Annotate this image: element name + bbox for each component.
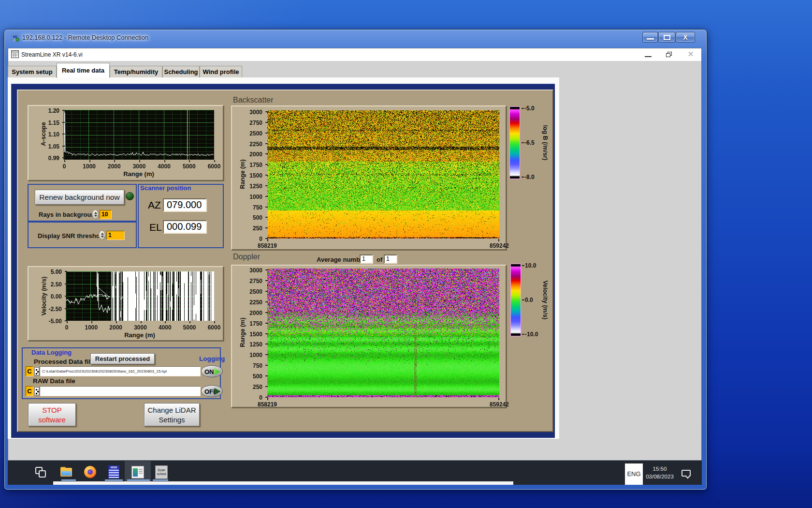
rdc-window-icon	[11, 33, 20, 42]
tick-label	[265, 143, 268, 144]
rdc-maximize-button[interactable]	[658, 32, 675, 43]
tick-label: 2500	[245, 130, 262, 137]
scanner-position-title: Scanner position	[140, 184, 191, 192]
tick-label: 3000	[126, 163, 153, 170]
tick-label: 1500	[245, 331, 262, 338]
tick-label: 10.0	[525, 262, 536, 269]
renew-led-icon	[126, 192, 134, 200]
velocity-xlabel: Range (m)	[116, 331, 164, 339]
processed-path-field[interactable]: C:\Lidar\Data\Proc\2023\202308\20230803\…	[40, 366, 201, 376]
firefox-icon[interactable]	[84, 466, 96, 478]
taskbar-underline	[105, 479, 123, 481]
processed-browse-icon[interactable]	[34, 367, 39, 375]
tick-label	[265, 301, 268, 302]
tick-label: 2750	[245, 120, 262, 126]
tick-label	[265, 164, 268, 165]
average-of-label: of	[377, 256, 382, 263]
tick-label: 0	[245, 236, 262, 242]
tab-temp-humidity[interactable]: Temp/humidity	[110, 66, 162, 77]
average-total-field[interactable]: 1	[384, 254, 397, 264]
raw-logging-off-button[interactable]: OFF	[201, 385, 223, 397]
tab-system-setup[interactable]: System setup	[8, 66, 57, 77]
tick-label	[265, 354, 268, 355]
tick-label: 1000	[245, 194, 262, 200]
tick-label	[498, 398, 499, 400]
raw-browse-icon[interactable]	[34, 387, 39, 395]
tick-label	[65, 308, 67, 309]
tick-label: 2000	[245, 151, 262, 158]
tick-label	[65, 296, 67, 297]
processed-data-file-label: Processed Data file	[34, 358, 94, 365]
stop-software-button[interactable]: STOPsoftware	[28, 403, 76, 426]
el-label: EL	[149, 222, 162, 233]
tick-label	[189, 160, 190, 162]
streamline-taskbar-icon	[131, 466, 144, 478]
notification-icon[interactable]	[682, 470, 691, 477]
tick-label: 1000	[76, 163, 103, 170]
tick-label: 4000	[151, 324, 178, 331]
tab-wind-profile[interactable]: Wind profile	[200, 66, 242, 77]
tick-label: 5.00	[44, 269, 62, 275]
tick-label	[265, 365, 268, 366]
tick-label	[65, 271, 67, 272]
taskbar-clock-date[interactable]: 03/08/2023	[643, 474, 677, 479]
backscatter-colorbar-label: log B (/m/sr)	[542, 111, 549, 174]
geek-document-icon[interactable]: GEEK	[108, 465, 119, 478]
change-lidar-settings-button[interactable]: Change LiDARSettings	[144, 403, 200, 426]
app-vi-icon	[11, 50, 19, 58]
tick-label: 250	[245, 384, 262, 390]
tick-label	[165, 321, 166, 323]
snr-spinner[interactable]	[99, 230, 105, 240]
tick-label	[139, 160, 140, 162]
tick-label	[265, 344, 268, 344]
az-value-field[interactable]: 079.000	[163, 198, 207, 212]
snr-value-field[interactable]: 1	[106, 231, 125, 240]
tick-label: 3000	[245, 267, 262, 274]
raw-drive-box[interactable]: C	[26, 386, 33, 396]
tab-scheduling[interactable]: Scheduling	[162, 66, 200, 77]
average-number-label: Average number	[317, 256, 366, 263]
average-number-field[interactable]: 1	[360, 254, 373, 264]
task-view-icon[interactable]	[35, 467, 46, 478]
tick-label	[265, 323, 268, 324]
tick-label: 2750	[245, 278, 262, 284]
tick-label	[522, 142, 524, 143]
doppler-title: Doppler	[233, 253, 260, 261]
file-explorer-icon[interactable]	[60, 467, 72, 477]
rays-value-field[interactable]: 10	[100, 210, 112, 219]
rays-spinner[interactable]	[92, 209, 99, 219]
taskbar-clock-time[interactable]: 15:50	[645, 466, 674, 472]
rdc-close-button[interactable]: X	[676, 32, 695, 43]
rdc-minimize-button[interactable]	[642, 32, 658, 43]
tick-label: 2000	[101, 163, 128, 170]
app-restore-button[interactable]	[666, 52, 672, 57]
tick-label	[265, 196, 268, 197]
tick-label	[265, 217, 268, 218]
on-led-icon	[214, 367, 221, 376]
raw-path-field[interactable]	[40, 386, 201, 396]
tick-label: -8.0	[524, 174, 535, 180]
tick-label	[265, 122, 268, 123]
app-minimize-button[interactable]	[645, 56, 652, 57]
processed-logging-on-button[interactable]: ON	[201, 365, 223, 377]
tick-label	[522, 265, 524, 266]
tick-label	[62, 134, 65, 134]
scan-scheduler-icon[interactable]: Scan sched	[155, 465, 168, 479]
tick-label: 3000	[127, 324, 154, 331]
tick-label	[214, 321, 215, 323]
renew-background-button[interactable]: Renew background now	[35, 190, 124, 205]
tick-label	[91, 321, 92, 323]
hidden-taskbar-strip	[53, 481, 513, 485]
tick-label: 1000	[78, 324, 105, 331]
tick-label	[67, 321, 68, 323]
app-close-button[interactable]: ✕	[686, 50, 695, 58]
processed-drive-box[interactable]: C	[26, 366, 33, 376]
tick-label: -2.50	[44, 306, 62, 313]
el-value-field[interactable]: 000.099	[163, 220, 207, 234]
restart-processed-file-button[interactable]: Restart processed file	[90, 353, 155, 364]
tick-label	[265, 280, 268, 281]
tab-real-time-data[interactable]: Real time data	[57, 63, 110, 78]
tick-label: 250	[245, 225, 262, 232]
language-indicator[interactable]: ENG	[625, 463, 643, 485]
tick-label: 4000	[151, 163, 178, 170]
